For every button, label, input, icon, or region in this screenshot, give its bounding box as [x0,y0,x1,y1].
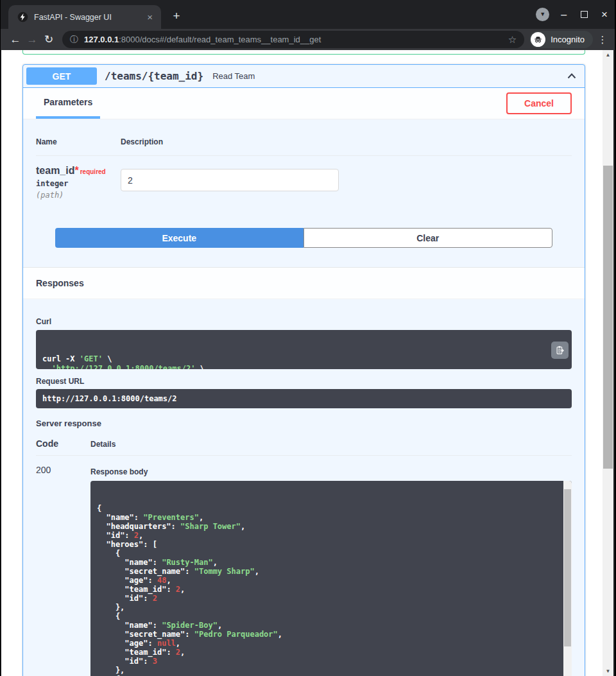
url-path: :8000/docs#/default/read_team_teams__tea… [119,35,321,44]
scrollbar-up-icon[interactable]: ▲ [603,50,613,60]
response-scrollbar-thumb[interactable] [564,489,571,646]
response-table-header: Code Details [36,438,572,456]
response-row: 200 Response body { "name": "Preventers"… [36,456,572,676]
page-scrollbar[interactable]: ▲ ▼ [603,50,613,676]
tab-parameters[interactable]: Parameters [36,88,100,119]
tab-close-icon[interactable]: × [145,12,155,22]
close-window-button[interactable]: × [599,10,610,20]
reload-icon[interactable]: ↻ [40,33,57,46]
browser-tab[interactable]: FastAPI - Swagger UI × [8,5,161,29]
new-tab-button[interactable]: + [169,9,184,24]
server-response-label: Server response [36,419,572,428]
incognito-label: Incognito [551,35,585,44]
scrollbar-down-icon[interactable]: ▼ [603,666,613,676]
site-info-icon[interactable]: ⓘ [70,34,78,46]
operation-summary: Read Team [212,71,255,81]
response-details-cell: Response body { "name": "Preventers", "h… [90,465,572,676]
tab-strip: FastAPI - Swagger UI × + ▼ – × [1,0,615,29]
required-label: required [80,168,106,175]
response-body-label: Response body [90,465,572,476]
forward-icon[interactable]: → [24,33,40,46]
response-body-scrollbar[interactable]: ▲ [563,481,572,676]
cancel-button[interactable]: Cancel [506,92,572,114]
method-badge: GET [26,67,97,85]
previous-post-block-edge [22,50,585,55]
parameter-type: integer [36,179,121,188]
status-code: 200 [36,465,90,676]
browser-menu-icon[interactable]: ⋮ [597,34,608,46]
operation-header[interactable]: GET /teams/{team_id} Read Team [23,65,585,88]
parameter-name-cell: team_id*required integer (path) [36,165,121,200]
parameter-value-cell [121,165,339,200]
incognito-icon [531,32,545,47]
window-controls: ▼ – × [536,0,610,29]
parameter-row: team_id*required integer (path) [36,156,572,200]
execute-row: Execute Clear [55,228,552,248]
incognito-badge: Incognito [529,31,593,48]
clear-button[interactable]: Clear [304,228,553,248]
url-host: 127.0.0.1 [84,35,119,44]
execute-button[interactable]: Execute [55,228,304,248]
parameters-table-header: Name Description [36,137,572,156]
description-column-header: Description [121,137,163,146]
request-url-block: http://127.0.0.1:8000/teams/2 [36,389,572,408]
tab-title: FastAPI - Swagger UI [34,13,145,22]
name-column-header: Name [36,137,121,146]
curl-command-text: curl -X 'GET' \ 'http://127.0.0.1:8000/t… [42,354,546,369]
responses-section: Curl curl -X 'GET' \ 'http://127.0.0.1:8… [23,299,585,676]
parameter-name: team_id [36,165,74,176]
response-body-block: { "name": "Preventers", "headquarters": … [90,481,572,676]
minimize-button[interactable]: – [558,12,569,18]
responses-title: Responses [36,278,84,288]
curl-command-block: curl -X 'GET' \ 'http://127.0.0.1:8000/t… [36,330,572,369]
copy-to-clipboard-button[interactable] [551,342,569,359]
request-url-label: Request URL [36,377,572,386]
url-text: 127.0.0.1:8000/docs#/default/read_team_t… [84,35,503,44]
browser-update-icon[interactable]: ▼ [536,8,549,21]
parameters-area: Name Description team_id*required intege… [23,137,585,248]
parameter-location: (path) [36,191,121,200]
page-scrollbar-thumb[interactable] [603,166,613,469]
code-column-header: Code [36,438,90,449]
response-body-json: { "name": "Preventers", "headquarters": … [97,504,556,676]
get-operation-block: GET /teams/{team_id} Read Team Parameter… [22,64,585,676]
operation-path: /teams/{team_id} [105,70,203,82]
maximize-button[interactable] [581,11,588,18]
fastapi-favicon-icon [17,12,28,22]
browser-window: FastAPI - Swagger UI × + ▼ – × ← → ↻ ⓘ 1… [0,0,616,676]
collapse-chevron-icon[interactable] [567,71,577,82]
responses-section-header: Responses [23,267,585,299]
swagger-page: GET /teams/{team_id} Read Team Parameter… [1,50,604,676]
url-bar[interactable]: ⓘ 127.0.0.1:8000/docs#/default/read_team… [62,31,524,48]
required-asterisk: * [74,165,78,176]
parameters-tab-row: Parameters Cancel [23,88,585,119]
details-column-header: Details [90,438,116,449]
browser-toolbar: ← → ↻ ⓘ 127.0.0.1:8000/docs#/default/rea… [1,29,615,50]
back-icon[interactable]: ← [7,33,24,46]
bookmark-star-icon[interactable]: ☆ [508,34,517,46]
team-id-input[interactable] [121,169,339,191]
curl-label: Curl [36,317,572,326]
